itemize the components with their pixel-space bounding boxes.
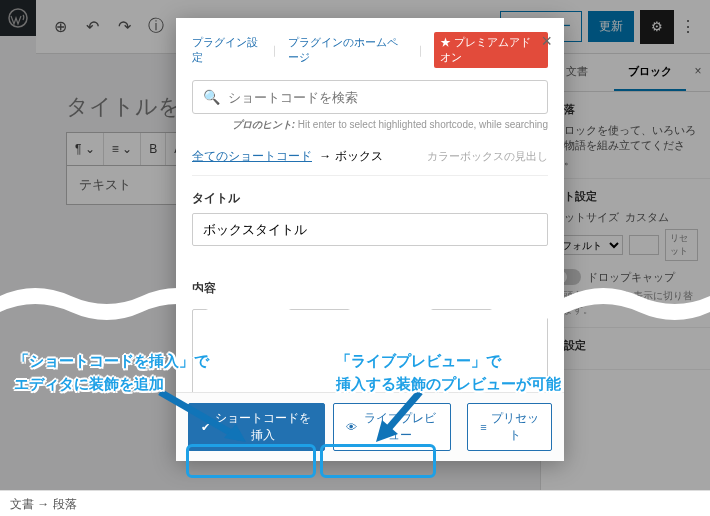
plugin-home-link[interactable]: プラグインのホームページ [288, 35, 407, 65]
premium-addon-badge[interactable]: ★ プレミアムアドオン [434, 32, 548, 68]
eye-icon: 👁 [346, 421, 357, 433]
search-icon: 🔍 [203, 89, 220, 105]
field-title-label: タイトル [192, 190, 548, 207]
check-icon: ✔ [201, 421, 210, 434]
field-content-label: 内容 [192, 280, 548, 297]
field-title-input[interactable] [192, 213, 548, 246]
shortcode-search-input[interactable] [228, 90, 537, 105]
preset-button[interactable]: ≡プリセット [467, 403, 552, 451]
modal-close-button[interactable]: × [541, 32, 552, 50]
live-preview-button[interactable]: 👁ライブプレビュー [333, 403, 452, 451]
search-hint: プロのヒント: Hit enter to select highlighted … [192, 118, 548, 132]
editor-footer-breadcrumb[interactable]: 文書 → 段落 [0, 490, 710, 516]
modal-header-links: プラグイン設定 ｜ プラグインのホームページ ｜ ★ プレミアムアドオン [192, 32, 548, 68]
insert-shortcode-button[interactable]: ✔ショートコードを挿入 [188, 403, 325, 451]
breadcrumb-detail: カラーボックスの見出し [427, 149, 548, 164]
breadcrumb: 全てのショートコード → ボックス カラーボックスの見出し [192, 148, 548, 176]
modal-footer: ✔ショートコードを挿入 👁ライブプレビュー ≡プリセット [176, 392, 564, 461]
plugin-settings-link[interactable]: プラグイン設定 [192, 35, 261, 65]
breadcrumb-all[interactable]: 全てのショートコード [192, 148, 312, 165]
annotation-text-preview: 「ライブプレビュー」で挿入する装飾のプレビューが可能 [336, 350, 561, 395]
shortcode-search[interactable]: 🔍 [192, 80, 548, 114]
breadcrumb-current: ボックス [335, 149, 383, 163]
list-icon: ≡ [480, 421, 486, 433]
annotation-text-insert: 「ショートコードを挿入」でエディタに装飾を追加 [14, 350, 209, 395]
